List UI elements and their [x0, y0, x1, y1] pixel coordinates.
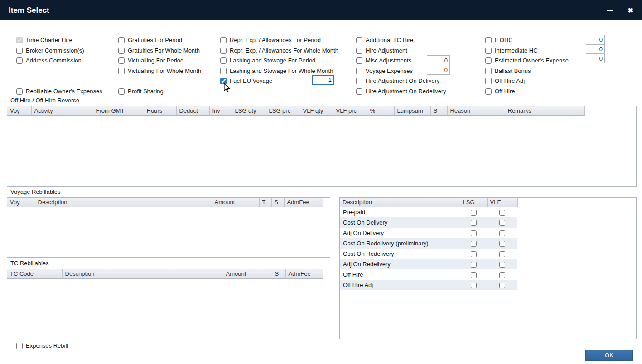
adj-on-redelivery-lsg-checkbox[interactable] — [471, 262, 477, 268]
checkbox-ilohc[interactable]: ILOHC — [485, 37, 513, 43]
checkbox-rebillable-owners-expenses[interactable]: Rebillable Owner's Expenses — [16, 88, 102, 95]
checkbox-off-hire-adj[interactable]: Off Hire Adj — [485, 77, 525, 84]
estimated-owners-expense-checkbox[interactable] — [485, 57, 492, 64]
checkbox-hire-adjustment-on-delivery[interactable]: Hire Adjustment On Delivery — [356, 77, 439, 84]
cost-row-label: Cost On Delivery — [340, 217, 460, 228]
checkbox-profit-sharing[interactable]: Profit Sharing — [118, 88, 164, 95]
rebillable-owners-expenses-checkbox[interactable] — [16, 88, 23, 95]
pre-paid-lsg-checkbox[interactable] — [471, 210, 477, 216]
off-hire-adj-vlf-checkbox[interactable] — [499, 283, 505, 288]
checkbox-repr-exp-whole-month[interactable]: Repr. Exp. / Allowances For Whole Month — [220, 47, 338, 54]
victualling-for-whole-month-checkbox[interactable] — [118, 68, 125, 74]
cost-on-redelivery-preliminary-lsg-checkbox[interactable] — [471, 241, 477, 247]
close-button[interactable]: ✖ — [628, 6, 633, 14]
repr-exp-whole-month-label: Repr. Exp. / Allowances For Whole Month — [230, 47, 338, 54]
additional-tc-hire-checkbox[interactable] — [356, 37, 362, 43]
estimated-owners-expense-input[interactable] — [586, 54, 605, 63]
checkbox-gratuities-for-period[interactable]: Gratuities For Period — [118, 37, 182, 43]
checkbox-broker-commissions[interactable]: Broker Commission(s) — [16, 47, 84, 54]
broker-commissions-label: Broker Commission(s) — [26, 47, 84, 54]
lashing-stowage-whole-month-checkbox[interactable] — [220, 68, 227, 74]
checkbox-expenses-rebill[interactable]: Expenses Rebill — [16, 342, 68, 349]
checkbox-lashing-stowage-period[interactable]: Lashing and Stowage For Period — [220, 57, 315, 64]
col-header-voy: Voy — [7, 106, 31, 115]
cost-on-delivery-lsg-checkbox[interactable] — [471, 220, 477, 226]
broker-commissions-checkbox[interactable] — [16, 48, 23, 54]
voyage-expenses-input[interactable] — [427, 65, 450, 75]
pre-paid-vlf-checkbox[interactable] — [499, 210, 505, 216]
ok-button[interactable]: OK — [585, 350, 633, 361]
off-hire-table: Voy Activity From GMT Hours Deduct Inv L… — [7, 106, 637, 187]
dialog-titlebar: Item Select ✖ — [0, 0, 642, 20]
cost-row-off-hire-adj: Off Hire Adj — [340, 280, 517, 290]
checkbox-repr-exp-period[interactable]: Repr. Exp. / Allowances For Period — [220, 37, 321, 43]
misc-adjustments-input[interactable] — [427, 55, 450, 65]
checkbox-time-charter-hire[interactable]: Time Charter Hire — [16, 37, 72, 43]
address-commission-checkbox[interactable] — [16, 57, 23, 64]
victualling-for-period-checkbox[interactable] — [118, 57, 125, 64]
adj-on-delivery-vlf-checkbox[interactable] — [499, 230, 505, 236]
checkbox-victualling-for-whole-month[interactable]: Victualling For Whole Month — [118, 67, 201, 74]
checkbox-misc-adjustments[interactable]: Misc Adjustments — [356, 57, 411, 64]
misc-adjustments-checkbox[interactable] — [356, 57, 362, 64]
cost-row-cost-on-redelivery-preliminary: Cost On Redelivery (preliminary) — [340, 238, 517, 249]
checkbox-voyage-expenses[interactable]: Voyage Expenses — [356, 67, 413, 74]
col-header-lsg-prc: LSG prc — [266, 106, 300, 115]
hire-adjustment-on-delivery-checkbox[interactable] — [356, 78, 362, 84]
hire-adjustment-on-delivery-label: Hire Adjustment On Delivery — [366, 77, 439, 84]
checkbox-gratuities-for-whole-month[interactable]: Gratuities For Whole Month — [118, 47, 200, 54]
voyage-expenses-checkbox[interactable] — [356, 68, 362, 74]
col-header-amount: Amount — [223, 269, 272, 278]
gratuities-for-whole-month-checkbox[interactable] — [118, 48, 125, 54]
checkbox-off-hire[interactable]: Off Hire — [485, 88, 515, 95]
checkbox-lashing-stowage-whole-month[interactable]: Lashing and Stowage For Whole Month — [220, 67, 333, 74]
repr-exp-period-checkbox[interactable] — [220, 37, 227, 43]
dialog-title: Item Select — [9, 6, 49, 15]
repr-exp-whole-month-checkbox[interactable] — [220, 48, 227, 54]
intermediate-hc-checkbox[interactable] — [485, 48, 492, 54]
checkbox-hire-adjustment[interactable]: Hire Adjustment — [356, 47, 407, 54]
cost-row-label: Adj On Redelivery — [340, 259, 460, 269]
cost-row-pre-paid: Pre-paid — [340, 207, 517, 217]
time-charter-hire-checkbox[interactable] — [16, 37, 23, 43]
checkbox-hire-adjustment-on-redelivery[interactable]: Hire Adjustment On Redelivery — [356, 88, 446, 95]
gratuities-for-period-checkbox[interactable] — [118, 37, 125, 43]
window-controls: ✖ — [606, 6, 633, 14]
checkbox-ballast-bonus[interactable]: Ballast Bonus — [485, 67, 531, 74]
fuel-eu-voyage-input[interactable] — [312, 75, 334, 85]
off-hire-checkbox[interactable] — [485, 88, 492, 95]
off-hire-lsg-checkbox[interactable] — [471, 272, 477, 278]
tc-rebillables-title: TC Rebillables — [10, 260, 49, 267]
expenses-rebill-checkbox[interactable] — [16, 343, 23, 349]
checkbox-estimated-owners-expense[interactable]: Estimated Owner's Expense — [485, 57, 569, 64]
hire-adjustment-on-redelivery-checkbox[interactable] — [356, 88, 362, 95]
checkbox-address-commission[interactable]: Address Commission — [16, 57, 82, 64]
off-hire-adj-checkbox[interactable] — [485, 78, 492, 84]
ilohc-checkbox[interactable] — [485, 37, 492, 43]
adj-on-delivery-lsg-checkbox[interactable] — [471, 230, 477, 236]
checkbox-fuel-eu-voyage[interactable]: Fuel EU Voyage — [220, 77, 272, 84]
lashing-stowage-period-checkbox[interactable] — [220, 57, 227, 64]
minimize-button[interactable] — [606, 6, 614, 14]
cost-selection-table: Description LSG VLF Pre-paid Cost On Del… — [339, 197, 637, 339]
checkbox-intermediate-hc[interactable]: Intermediate HC — [485, 47, 538, 54]
fuel-eu-voyage-checkbox[interactable] — [220, 78, 227, 84]
hire-adjustment-checkbox[interactable] — [356, 48, 362, 54]
cost-on-redelivery-vlf-checkbox[interactable] — [499, 251, 505, 257]
adj-on-redelivery-vlf-checkbox[interactable] — [499, 262, 505, 268]
voyage-rebillables-title: Voyage Rebillables — [10, 188, 61, 195]
ballast-bonus-checkbox[interactable] — [485, 68, 492, 74]
cost-on-delivery-vlf-checkbox[interactable] — [499, 220, 505, 226]
cost-on-redelivery-lsg-checkbox[interactable] — [471, 251, 477, 257]
cost-row-label: Cost On Redelivery — [340, 249, 460, 259]
profit-sharing-checkbox[interactable] — [118, 88, 125, 95]
off-hire-vlf-checkbox[interactable] — [499, 272, 505, 278]
ilohc-input[interactable] — [586, 35, 605, 44]
checkbox-additional-tc-hire[interactable]: Additional TC Hire — [356, 37, 413, 43]
cost-on-redelivery-preliminary-vlf-checkbox[interactable] — [499, 241, 505, 247]
col-header-vlf-qty: VLF qty — [300, 106, 333, 115]
checkbox-victualling-for-period[interactable]: Victualling For Period — [118, 57, 183, 64]
intermediate-hc-input[interactable] — [586, 44, 605, 54]
off-hire-adj-lsg-checkbox[interactable] — [471, 283, 477, 288]
col-header-vlf-prc: VLF prc — [333, 106, 367, 115]
